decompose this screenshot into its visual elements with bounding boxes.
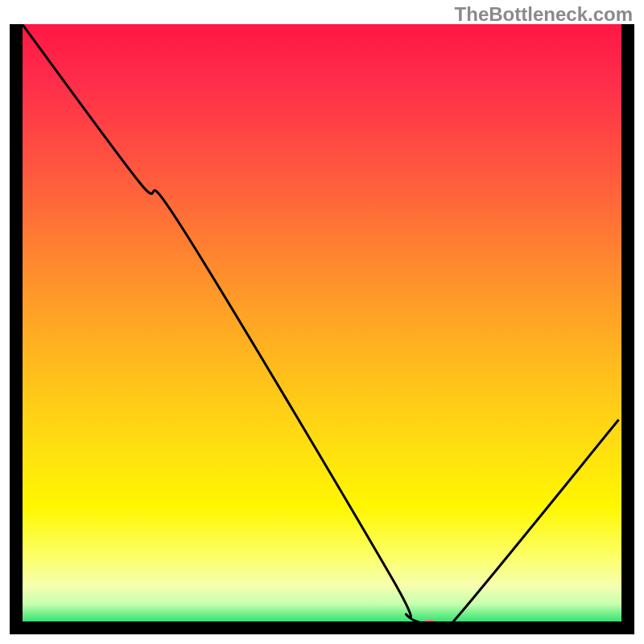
watermark-text: TheBottleneck.com (455, 3, 633, 26)
bottleneck-chart (0, 0, 644, 644)
chart-container: TheBottleneck.com (0, 0, 644, 644)
gradient-background (16, 24, 628, 628)
